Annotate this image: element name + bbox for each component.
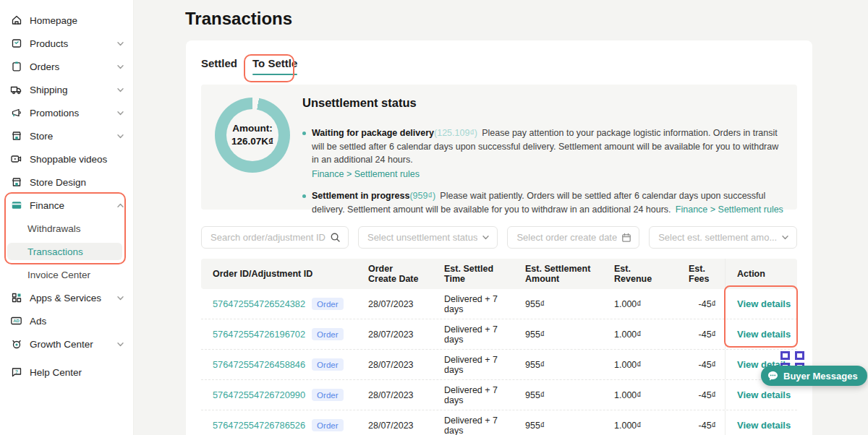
filter-placeholder: Select order create date — [516, 232, 617, 243]
column-header-est-settlement-amount: Est. Settlement Amount — [514, 259, 603, 289]
order-create-date-cell: 28/07/2023 — [357, 319, 433, 349]
store-design-icon — [10, 176, 22, 189]
est-revenue-cell: 1.000₫ — [603, 289, 677, 319]
table-row: 576472554726720990Order28/07/2023Deliver… — [201, 379, 797, 410]
donut-amount-label: Amount: — [231, 122, 273, 135]
sidebar-item-homepage[interactable]: Homepage — [0, 9, 133, 32]
est-revenue-cell: 1.000₫ — [603, 319, 677, 349]
sidebar-item-ads[interactable]: ADAds — [0, 309, 133, 332]
sidebar-item-apps-services[interactable]: Apps & Services — [0, 286, 133, 309]
transactions-table: Order ID/Adjustment IDOrder Create DateE… — [201, 259, 797, 435]
tab-settled[interactable]: Settled — [201, 57, 237, 75]
view-details-link[interactable]: View details — [737, 298, 791, 309]
est-settlement-amount-cell: 955₫ — [514, 380, 603, 410]
chevron-down-icon — [116, 294, 124, 302]
help-icon: ? — [10, 366, 22, 379]
bullet-title: Waiting for package delivery — [312, 128, 434, 138]
est-revenue-cell: 1.000₫ — [603, 410, 677, 435]
chevron-down-icon — [116, 132, 124, 140]
filter-search-order-adjustment-id[interactable]: Search order/adjustment ID — [201, 226, 349, 249]
order-id-link[interactable]: 576472554726786526 — [213, 420, 305, 431]
sidebar-item-label: Transactions — [27, 246, 124, 257]
donut-amount: Amount: 126.07K₫ — [231, 122, 273, 148]
page-title: Transactions — [185, 9, 292, 29]
sidebar-item-transactions[interactable]: Transactions — [0, 240, 133, 263]
sidebar-item-label: Shipping — [30, 85, 116, 95]
sidebar: HomepageProductsOrdersShippingPromotions… — [0, 0, 134, 435]
status-bullet: Settlement in progress(959₫) Please wait… — [302, 189, 786, 216]
table-row: 576472554726458846Order28/07/2023Deliver… — [201, 349, 797, 379]
settlement-rules-link[interactable]: Finance > Settlement rules — [676, 204, 783, 215]
filter-select-unsettlement-status[interactable]: Select unsettlement status — [358, 226, 498, 249]
sidebar-item-orders[interactable]: Orders — [0, 55, 133, 78]
sidebar-item-growth-center[interactable]: Growth Center — [0, 332, 133, 356]
growth-icon — [10, 338, 22, 350]
filter-select-order-create-date[interactable]: Select order create date — [507, 226, 639, 249]
sidebar-item-promotions[interactable]: Promotions — [0, 101, 133, 124]
column-header-est-settled-time: Est. Settled Time — [433, 259, 514, 289]
sidebar-item-shipping[interactable]: Shipping — [0, 78, 133, 101]
filter-select-est-settlement-amo-[interactable]: Select est. settlement amo... — [649, 226, 797, 249]
action-cell: View details — [725, 319, 797, 349]
sidebar-item-label: Apps & Services — [30, 293, 116, 303]
est-fees-cell: -45₫ — [677, 410, 725, 435]
chevron-down-icon — [116, 340, 124, 348]
order-id-link[interactable]: 576472554726458846 — [213, 359, 305, 370]
svg-text:AD: AD — [13, 319, 20, 323]
view-details-link[interactable]: View details — [737, 329, 791, 340]
orders-icon — [10, 61, 22, 73]
est-settlement-amount-cell: 955₫ — [514, 289, 603, 319]
est-settled-time-cell: Delivered + 7 days — [433, 380, 514, 410]
unsettlement-bullets: Waiting for package delivery(125.109₫) P… — [302, 126, 786, 225]
sidebar-item-label: Growth Center — [30, 339, 116, 350]
est-settled-time-cell: Delivered + 7 days — [433, 410, 514, 435]
sidebar-item-finance[interactable]: Finance — [0, 194, 133, 217]
order-id-cell: 576472554726196702Order — [201, 319, 357, 349]
chevron-down-icon — [116, 40, 124, 48]
order-create-date-cell: 28/07/2023 — [357, 410, 433, 435]
sidebar-item-store[interactable]: Store — [0, 124, 133, 147]
sidebar-item-products[interactable]: Products — [0, 32, 133, 55]
order-id-link[interactable]: 576472554726196702 — [213, 329, 305, 340]
shoppable-videos-icon — [10, 153, 22, 165]
bullet-amount: (959₫) — [409, 191, 435, 201]
chevron-down-icon — [116, 109, 124, 117]
chevron-down-icon — [116, 86, 124, 94]
svg-text:?: ? — [14, 369, 17, 374]
est-settled-time-cell: Delivered + 7 days — [433, 350, 514, 379]
settlement-rules-link[interactable]: Finance > Settlement rules — [312, 168, 786, 181]
sidebar-item-label: Help Center — [30, 367, 124, 378]
buyer-messages-button[interactable]: Buyer Messages — [761, 366, 867, 386]
sidebar-item-label: Withdrawals — [27, 223, 124, 234]
filter-bar: Search order/adjustment IDSelect unsettl… — [201, 226, 797, 249]
search-icon — [330, 232, 341, 243]
sidebar-item-store-design[interactable]: Store Design — [0, 171, 133, 194]
products-icon — [10, 38, 22, 50]
promotions-icon — [10, 107, 22, 119]
sidebar-item-help-center[interactable]: ?Help Center — [0, 361, 133, 384]
chevron-down-icon — [482, 233, 490, 241]
ads-icon: AD — [10, 315, 22, 327]
est-fees-cell: -45₫ — [677, 380, 725, 410]
buyer-messages-label: Buyer Messages — [783, 371, 858, 382]
view-details-link[interactable]: View details — [737, 420, 791, 431]
bullet-dot-icon — [302, 132, 306, 135]
tabs: SettledTo Settle — [201, 57, 297, 75]
table-row: 576472554726786526Order28/07/2023Deliver… — [201, 410, 797, 435]
tab-to-settle[interactable]: To Settle — [252, 57, 297, 75]
order-id-link[interactable]: 576472554726524382 — [213, 298, 305, 309]
column-header-order-id-adjustment-id: Order ID/Adjustment ID — [201, 259, 357, 289]
sidebar-item-shoppable-videos[interactable]: Shoppable videos — [0, 147, 133, 171]
view-details-link[interactable]: View details — [737, 389, 791, 400]
est-fees-cell: -45₫ — [677, 289, 725, 319]
sidebar-item-label: Products — [30, 38, 116, 49]
sidebar-item-withdrawals[interactable]: Withdrawals — [0, 217, 133, 240]
column-header-action: Action — [725, 259, 797, 289]
sidebar-item-invoice-center[interactable]: Invoice Center — [0, 263, 133, 286]
table-body: 576472554726524382Order28/07/2023Deliver… — [201, 289, 797, 435]
chat-bubble-icon — [767, 370, 779, 382]
sidebar-item-label: Ads — [30, 316, 124, 327]
store-icon — [10, 130, 22, 142]
filter-placeholder: Select est. settlement amo... — [658, 232, 777, 243]
order-id-link[interactable]: 576472554726720990 — [213, 389, 305, 400]
